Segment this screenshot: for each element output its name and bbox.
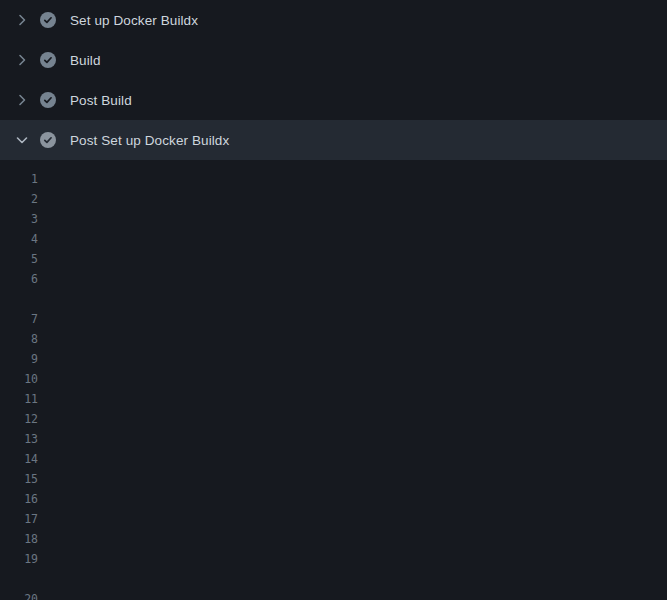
log-line-number[interactable]: 5 bbox=[0, 249, 38, 269]
log-line-number[interactable]: 8 bbox=[0, 329, 38, 349]
log-group-header[interactable]: 2▼BuildKit container logs bbox=[0, 189, 667, 209]
log-line: 5time="2021-04-23T18:02:37Z" level=warni… bbox=[0, 249, 667, 269]
step-row-post-set-up-docker-buildx[interactable]: Post Set up Docker Buildx bbox=[0, 120, 667, 160]
log-line-number[interactable]: 10 bbox=[0, 369, 38, 389]
log-line: 3/usr/bin/docker logs buildx_buildkit_bu… bbox=[0, 209, 667, 229]
log-line-number[interactable]: 12 bbox=[0, 409, 38, 429]
check-circle-icon bbox=[40, 52, 56, 68]
check-circle-icon bbox=[40, 132, 56, 148]
step-row-set-up-docker-buildx[interactable]: Set up Docker Buildx bbox=[0, 0, 667, 40]
log-line-number[interactable]: 17 bbox=[0, 509, 38, 529]
log-line: 11time="2021-04-23T18:02:38Z" level=debu… bbox=[0, 389, 667, 409]
log-line-number[interactable]: 19 bbox=[0, 549, 38, 569]
check-circle-icon bbox=[40, 92, 56, 108]
log-line: 1Post job cleanup. bbox=[0, 169, 667, 189]
log-line-number[interactable]: 2 bbox=[0, 189, 38, 209]
step-row-post-build[interactable]: Post Build bbox=[0, 80, 667, 120]
log-line-number[interactable]: 1 bbox=[0, 169, 38, 189]
log-line: 14time="2021-04-23T18:02:38Z" level=debu… bbox=[0, 449, 667, 469]
log-line-number[interactable]: 15 bbox=[0, 469, 38, 489]
log-line: 4time="2021-04-23T18:02:37Z" level=info … bbox=[0, 229, 667, 249]
chevron-down-icon bbox=[14, 132, 30, 148]
step-row-build[interactable]: Build bbox=[0, 40, 667, 80]
log-line: application/vnd.oci.image.index.v1+json,… bbox=[0, 569, 667, 589]
step-label: Build bbox=[70, 53, 101, 68]
log-line: 17time="2021-04-23T18:02:38Z" level=debu… bbox=[0, 509, 667, 529]
log-line: 9time="2021-04-23T18:02:37Z" level=warni… bbox=[0, 349, 667, 369]
chevron-right-icon bbox=[14, 12, 30, 28]
log-line-number[interactable]: 7 bbox=[0, 309, 38, 329]
log-line-number[interactable]: 14 bbox=[0, 449, 38, 469]
log-line: 10time="2021-04-23T18:02:37Z" level=info… bbox=[0, 369, 667, 389]
log-line: 6time="2021-04-23T18:02:37Z" level=info … bbox=[0, 269, 667, 289]
log-line: 19time="2021-04-23T18:02:38Z" level=debu… bbox=[0, 549, 667, 569]
log-line-number[interactable]: 16 bbox=[0, 489, 38, 509]
log-line: 16time="2021-04-23T18:02:38Z" level=debu… bbox=[0, 489, 667, 509]
step-label: Set up Docker Buildx bbox=[70, 13, 198, 28]
log-line: 13time="2021-04-23T18:02:38Z" level=debu… bbox=[0, 429, 667, 449]
log-line: 15time="2021-04-23T18:02:38Z" level=debu… bbox=[0, 469, 667, 489]
log-viewer: 1Post job cleanup. 2▼BuildKit container … bbox=[0, 160, 667, 600]
log-line-number[interactable]: 11 bbox=[0, 389, 38, 409]
log-line: 7time="2021-04-23T18:02:37Z" level=warni… bbox=[0, 309, 667, 329]
log-line-number[interactable]: 18 bbox=[0, 529, 38, 549]
log-line: linux/riscv64 linux/ppc64le linux/s390x … bbox=[0, 289, 667, 309]
log-line-number[interactable]: 4 bbox=[0, 229, 38, 249]
check-circle-icon bbox=[40, 12, 56, 28]
step-label: Post Build bbox=[70, 93, 132, 108]
chevron-right-icon bbox=[14, 92, 30, 108]
steps-list: Set up Docker Buildx Build Post Build Po… bbox=[0, 0, 667, 160]
step-label: Post Set up Docker Buildx bbox=[70, 133, 229, 148]
log-line: 8time="2021-04-23T18:02:37Z" level=info … bbox=[0, 329, 667, 349]
log-line-number[interactable]: 3 bbox=[0, 209, 38, 229]
log-line-number[interactable]: 6 bbox=[0, 269, 38, 289]
log-line: 18time="2021-04-23T18:02:38Z" level=debu… bbox=[0, 529, 667, 549]
log-line-number[interactable]: 20 bbox=[0, 589, 38, 600]
log-line: 20time="2021-04-23T18:02:38Z" level=debu… bbox=[0, 589, 667, 600]
log-line-number[interactable]: 13 bbox=[0, 429, 38, 449]
chevron-right-icon bbox=[14, 52, 30, 68]
log-line-number[interactable]: 9 bbox=[0, 349, 38, 369]
log-line: 12time="2021-04-23T18:02:38Z" level=debu… bbox=[0, 409, 667, 429]
